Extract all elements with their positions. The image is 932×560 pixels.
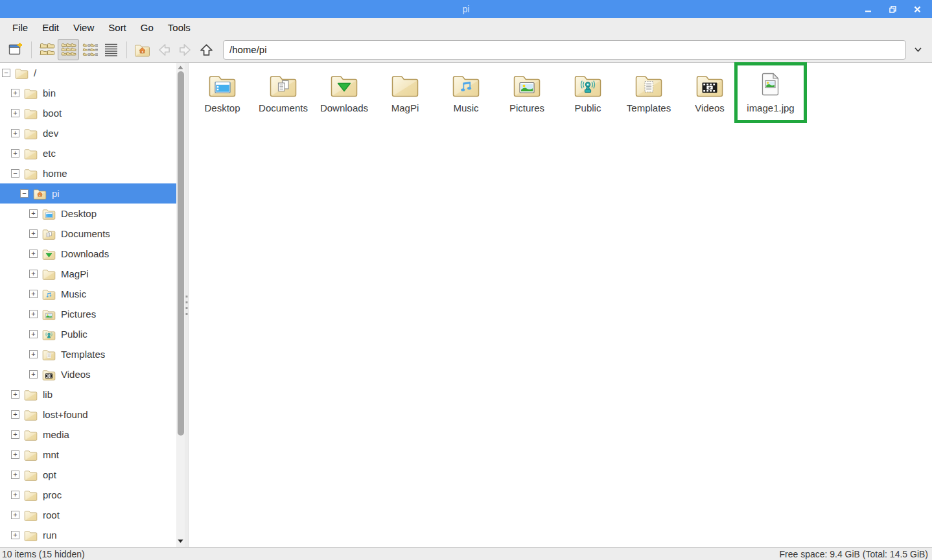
status-free-space-text: Free space: 9.4 GiB (Total: 14.5 GiB)	[779, 549, 928, 559]
tree-item-mnt[interactable]: + mnt	[0, 445, 176, 465]
maximize-button[interactable]	[888, 5, 897, 14]
sidebar-scrollbar[interactable]	[176, 63, 185, 547]
tree-expander[interactable]: +	[11, 531, 19, 539]
up-button[interactable]	[196, 39, 217, 60]
file-item-desktop[interactable]: Desktop	[192, 69, 253, 122]
tree-expander[interactable]: −	[20, 189, 29, 198]
tree-expander[interactable]: +	[11, 491, 19, 499]
documents-folder-icon	[41, 227, 56, 240]
tree-item-public[interactable]: + Public	[0, 324, 176, 344]
tree-item-dev[interactable]: + dev	[0, 123, 176, 143]
chevron-down-icon	[913, 45, 923, 54]
tree-expander[interactable]: −	[2, 69, 10, 77]
tree-expander[interactable]: +	[11, 89, 19, 97]
back-button[interactable]	[153, 39, 174, 60]
icon-view-button[interactable]	[36, 39, 58, 60]
tree-item-pi[interactable]: − pi	[0, 183, 176, 204]
tree-item-proc[interactable]: + proc	[0, 485, 176, 505]
tree-expander[interactable]: +	[29, 350, 38, 358]
tree-expander[interactable]: +	[29, 250, 38, 258]
tree-expander[interactable]: +	[29, 270, 38, 278]
file-item-magpi[interactable]: MagPi	[375, 69, 436, 122]
menu-go[interactable]: Go	[134, 18, 161, 37]
tree-expander[interactable]: +	[11, 149, 19, 158]
menu-view[interactable]: View	[66, 18, 101, 37]
tree-item-run[interactable]: + run	[0, 525, 176, 545]
music-folder-icon	[41, 287, 56, 301]
file-item-music[interactable]: Music	[436, 69, 496, 122]
tree-expander[interactable]: +	[11, 410, 19, 419]
minimize-button[interactable]	[863, 5, 872, 14]
detailed-list-view-button[interactable]	[100, 39, 122, 60]
tree-item-videos[interactable]: + Videos	[0, 364, 176, 384]
folder-icon	[23, 428, 38, 441]
file-item-downloads[interactable]: Downloads	[314, 69, 375, 122]
tree-item-boot[interactable]: + boot	[0, 103, 176, 123]
music-folder-icon	[450, 69, 482, 100]
file-view: Desktop Documents Downloads MagPi Music …	[189, 63, 932, 547]
file-item-image1-jpg[interactable]: image1.jpg	[740, 69, 801, 122]
tree-item-templates[interactable]: + Templates	[0, 344, 176, 364]
menu-edit[interactable]: Edit	[35, 18, 66, 37]
titlebar: pi	[0, 0, 932, 18]
tree-item-desktop[interactable]: + Desktop	[0, 204, 176, 224]
folder-icon	[23, 106, 38, 120]
menu-tools[interactable]: Tools	[161, 18, 198, 37]
thumbnail-view-button[interactable]	[58, 39, 79, 60]
folder-icon	[23, 528, 38, 542]
menu-sort[interactable]: Sort	[101, 18, 134, 37]
path-dropdown-button[interactable]	[909, 40, 927, 60]
file-item-pictures[interactable]: Pictures	[496, 69, 557, 122]
tree-expander[interactable]: +	[29, 209, 38, 218]
tree-item-music[interactable]: + Music	[0, 284, 176, 304]
pictures-folder-icon	[511, 69, 542, 100]
tree-expander[interactable]: +	[11, 471, 19, 479]
forward-button[interactable]	[174, 39, 196, 60]
tree-expander[interactable]: +	[29, 229, 38, 238]
tree-item-lib[interactable]: + lib	[0, 384, 176, 404]
tree-expander[interactable]: +	[29, 370, 38, 379]
tree-expander[interactable]: +	[29, 290, 38, 298]
tree-item-downloads[interactable]: + Downloads	[0, 244, 176, 264]
file-item-documents[interactable]: Documents	[253, 69, 314, 122]
file-item-public[interactable]: Public	[557, 69, 618, 122]
tree-item-bin[interactable]: + bin	[0, 83, 176, 103]
path-input[interactable]	[223, 40, 906, 60]
file-item-templates[interactable]: Templates	[618, 69, 679, 122]
tree-item-lost-found[interactable]: + lost+found	[0, 404, 176, 425]
tree-expander[interactable]: +	[11, 109, 19, 117]
menu-file[interactable]: File	[5, 18, 35, 37]
tree-item-opt[interactable]: + opt	[0, 465, 176, 485]
up-icon	[198, 41, 215, 58]
pane-splitter[interactable]	[185, 63, 189, 547]
tree-item-root[interactable]: + root	[0, 505, 176, 525]
thumbnail-view-icon	[60, 41, 76, 58]
home-button[interactable]	[132, 39, 153, 60]
tree-expander[interactable]: +	[11, 430, 19, 439]
tree-expander[interactable]: +	[11, 511, 19, 519]
tree-expander[interactable]: +	[11, 390, 19, 399]
tree-item-media[interactable]: + media	[0, 425, 176, 445]
tree-item-[interactable]: − /	[0, 63, 176, 83]
scroll-down-arrow-icon[interactable]	[176, 537, 185, 545]
file-item-videos[interactable]: Videos	[679, 69, 740, 122]
compact-view-button[interactable]	[79, 39, 100, 60]
tree-item-pictures[interactable]: + Pictures	[0, 304, 176, 324]
close-button[interactable]	[913, 5, 922, 14]
tree-item-magpi[interactable]: + MagPi	[0, 264, 176, 284]
new-window-button[interactable]	[5, 39, 27, 60]
tree-item-documents[interactable]: + Documents	[0, 224, 176, 244]
scrollbar-thumb[interactable]	[178, 71, 184, 436]
tree-expander[interactable]: −	[11, 169, 19, 178]
tree-expander[interactable]: +	[11, 450, 19, 459]
close-icon	[913, 5, 922, 14]
tree-item-home[interactable]: − home	[0, 163, 176, 183]
scroll-up-arrow-icon[interactable]	[176, 63, 185, 71]
pictures-folder-icon	[41, 307, 56, 321]
tree-expander[interactable]: +	[29, 310, 38, 318]
tree-expander[interactable]: +	[29, 330, 38, 338]
folder-icon	[23, 488, 38, 502]
minimize-icon	[864, 5, 872, 14]
tree-item-etc[interactable]: + etc	[0, 143, 176, 163]
tree-expander[interactable]: +	[11, 129, 19, 137]
